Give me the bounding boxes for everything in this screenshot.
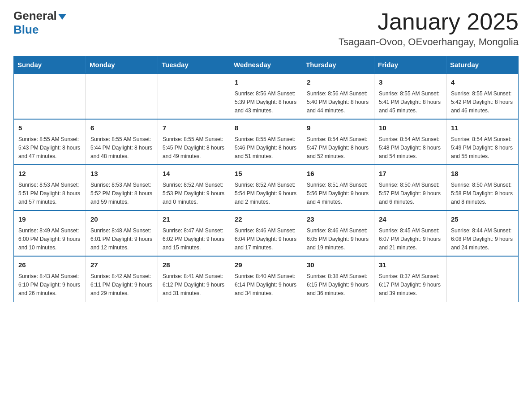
page-title: January 2025 [339,9,519,34]
day-info: Sunrise: 8:55 AM Sunset: 5:45 PM Dayligh… [163,135,225,161]
day-info: Sunrise: 8:52 AM Sunset: 5:54 PM Dayligh… [235,181,297,207]
day-info: Sunrise: 8:55 AM Sunset: 5:42 PM Dayligh… [451,90,514,116]
day-info: Sunrise: 8:47 AM Sunset: 6:02 PM Dayligh… [163,227,225,253]
day-number: 11 [451,123,514,133]
day-number: 19 [18,214,81,225]
logo-arrow-icon [58,14,66,20]
calendar-day-26: 26Sunrise: 8:43 AM Sunset: 6:10 PM Dayli… [14,256,86,302]
day-info: Sunrise: 8:54 AM Sunset: 5:48 PM Dayligh… [379,135,442,161]
day-number: 2 [307,77,369,88]
day-number: 24 [379,214,442,225]
calendar-day-27: 27Sunrise: 8:42 AM Sunset: 6:11 PM Dayli… [86,256,158,302]
day-number: 14 [163,169,225,179]
day-info: Sunrise: 8:37 AM Sunset: 6:17 PM Dayligh… [379,272,442,298]
calendar-table: SundayMondayTuesdayWednesdayThursdayFrid… [13,56,519,302]
day-number: 18 [451,169,514,179]
day-info: Sunrise: 8:52 AM Sunset: 5:53 PM Dayligh… [163,181,225,207]
logo: General Blue [13,9,66,37]
day-info: Sunrise: 8:53 AM Sunset: 5:51 PM Dayligh… [18,181,81,207]
calendar-header-tuesday: Tuesday [158,56,230,74]
page-subtitle: Tsagaan-Ovoo, OEvoerhangay, Mongolia [339,36,519,48]
calendar-header-friday: Friday [374,56,446,74]
calendar-day-20: 20Sunrise: 8:48 AM Sunset: 6:01 PM Dayli… [86,210,158,256]
day-number: 12 [18,169,81,179]
logo-blue-text: Blue [13,23,39,37]
day-info: Sunrise: 8:55 AM Sunset: 5:41 PM Dayligh… [379,90,442,116]
day-number: 29 [235,260,297,270]
calendar-header-saturday: Saturday [446,56,519,74]
day-number: 7 [163,123,225,133]
day-info: Sunrise: 8:53 AM Sunset: 5:52 PM Dayligh… [90,181,153,207]
calendar-day-23: 23Sunrise: 8:46 AM Sunset: 6:05 PM Dayli… [302,210,374,256]
calendar-day-9: 9Sunrise: 8:54 AM Sunset: 5:47 PM Daylig… [302,119,374,165]
calendar-week-row: 1Sunrise: 8:56 AM Sunset: 5:39 PM Daylig… [14,73,519,119]
day-number: 1 [235,77,297,88]
calendar-empty-cell [14,73,86,119]
calendar-day-12: 12Sunrise: 8:53 AM Sunset: 5:51 PM Dayli… [14,165,86,210]
title-section: January 2025 Tsagaan-Ovoo, OEvoerhangay,… [339,9,519,48]
day-number: 6 [90,123,153,133]
day-number: 4 [451,77,514,88]
day-info: Sunrise: 8:49 AM Sunset: 6:00 PM Dayligh… [18,227,81,253]
calendar-day-10: 10Sunrise: 8:54 AM Sunset: 5:48 PM Dayli… [374,119,446,165]
day-number: 17 [379,169,442,179]
day-info: Sunrise: 8:41 AM Sunset: 6:12 PM Dayligh… [163,272,225,298]
logo-general-text: General [13,9,57,23]
calendar-day-8: 8Sunrise: 8:55 AM Sunset: 5:46 PM Daylig… [230,119,302,165]
calendar-empty-cell [158,73,230,119]
calendar-empty-cell [446,256,519,302]
day-number: 27 [90,260,153,270]
calendar-day-16: 16Sunrise: 8:51 AM Sunset: 5:56 PM Dayli… [302,165,374,210]
calendar-week-row: 26Sunrise: 8:43 AM Sunset: 6:10 PM Dayli… [14,256,519,302]
day-number: 10 [379,123,442,133]
day-info: Sunrise: 8:55 AM Sunset: 5:44 PM Dayligh… [90,135,153,161]
day-info: Sunrise: 8:48 AM Sunset: 6:01 PM Dayligh… [90,227,153,253]
calendar-header-thursday: Thursday [302,56,374,74]
day-number: 20 [90,214,153,225]
day-info: Sunrise: 8:55 AM Sunset: 5:43 PM Dayligh… [18,135,81,161]
calendar-day-15: 15Sunrise: 8:52 AM Sunset: 5:54 PM Dayli… [230,165,302,210]
day-number: 8 [235,123,297,133]
day-info: Sunrise: 8:55 AM Sunset: 5:46 PM Dayligh… [235,135,297,161]
day-info: Sunrise: 8:40 AM Sunset: 6:14 PM Dayligh… [235,272,297,298]
calendar-day-18: 18Sunrise: 8:50 AM Sunset: 5:58 PM Dayli… [446,165,519,210]
day-info: Sunrise: 8:43 AM Sunset: 6:10 PM Dayligh… [18,272,81,298]
day-info: Sunrise: 8:38 AM Sunset: 6:15 PM Dayligh… [307,272,369,298]
calendar-day-14: 14Sunrise: 8:52 AM Sunset: 5:53 PM Dayli… [158,165,230,210]
calendar-day-6: 6Sunrise: 8:55 AM Sunset: 5:44 PM Daylig… [86,119,158,165]
day-number: 25 [451,214,514,225]
calendar-week-row: 5Sunrise: 8:55 AM Sunset: 5:43 PM Daylig… [14,119,519,165]
calendar-day-30: 30Sunrise: 8:38 AM Sunset: 6:15 PM Dayli… [302,256,374,302]
calendar-day-22: 22Sunrise: 8:46 AM Sunset: 6:04 PM Dayli… [230,210,302,256]
day-number: 22 [235,214,297,225]
calendar-day-3: 3Sunrise: 8:55 AM Sunset: 5:41 PM Daylig… [374,73,446,119]
day-number: 9 [307,123,369,133]
calendar-day-13: 13Sunrise: 8:53 AM Sunset: 5:52 PM Dayli… [86,165,158,210]
calendar-day-17: 17Sunrise: 8:50 AM Sunset: 5:57 PM Dayli… [374,165,446,210]
day-number: 15 [235,169,297,179]
calendar-header-wednesday: Wednesday [230,56,302,74]
page-header: General Blue January 2025 Tsagaan-Ovoo, … [13,9,519,48]
day-info: Sunrise: 8:50 AM Sunset: 5:57 PM Dayligh… [379,181,442,207]
day-number: 16 [307,169,369,179]
calendar-day-11: 11Sunrise: 8:54 AM Sunset: 5:49 PM Dayli… [446,119,519,165]
calendar-day-19: 19Sunrise: 8:49 AM Sunset: 6:00 PM Dayli… [14,210,86,256]
calendar-header-row: SundayMondayTuesdayWednesdayThursdayFrid… [14,56,519,74]
day-number: 28 [163,260,225,270]
calendar-header-sunday: Sunday [14,56,86,74]
calendar-day-28: 28Sunrise: 8:41 AM Sunset: 6:12 PM Dayli… [158,256,230,302]
calendar-day-1: 1Sunrise: 8:56 AM Sunset: 5:39 PM Daylig… [230,73,302,119]
day-number: 30 [307,260,369,270]
day-info: Sunrise: 8:45 AM Sunset: 6:07 PM Dayligh… [379,227,442,253]
calendar-day-7: 7Sunrise: 8:55 AM Sunset: 5:45 PM Daylig… [158,119,230,165]
day-number: 23 [307,214,369,225]
day-info: Sunrise: 8:42 AM Sunset: 6:11 PM Dayligh… [90,272,153,298]
day-info: Sunrise: 8:56 AM Sunset: 5:40 PM Dayligh… [307,90,369,116]
calendar-day-29: 29Sunrise: 8:40 AM Sunset: 6:14 PM Dayli… [230,256,302,302]
calendar-header-monday: Monday [86,56,158,74]
calendar-day-24: 24Sunrise: 8:45 AM Sunset: 6:07 PM Dayli… [374,210,446,256]
day-number: 5 [18,123,81,133]
calendar-week-row: 12Sunrise: 8:53 AM Sunset: 5:51 PM Dayli… [14,165,519,210]
day-info: Sunrise: 8:51 AM Sunset: 5:56 PM Dayligh… [307,181,369,207]
calendar-day-4: 4Sunrise: 8:55 AM Sunset: 5:42 PM Daylig… [446,73,519,119]
